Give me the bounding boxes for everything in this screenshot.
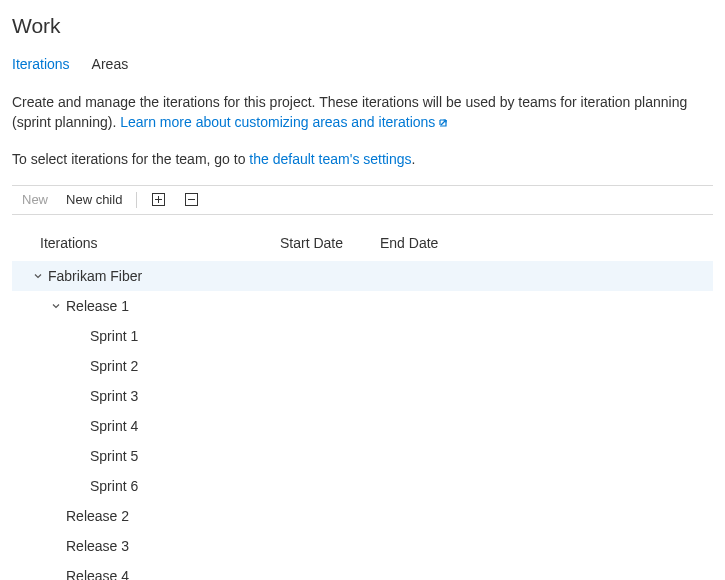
tab-areas[interactable]: Areas xyxy=(92,56,129,72)
tree-row-release[interactable]: Release 2 xyxy=(12,501,713,531)
tree-row-label: Sprint 3 xyxy=(74,388,138,404)
external-link-icon xyxy=(437,114,449,134)
tree-row-label: Fabrikam Fiber xyxy=(48,268,142,284)
page-title: Work xyxy=(12,14,713,38)
tree-row-label: Release 1 xyxy=(66,298,129,314)
tree-row-sprint[interactable]: Sprint 5 xyxy=(12,441,713,471)
tree-row-label: Sprint 4 xyxy=(74,418,138,434)
tree-row-release1[interactable]: Release 1 xyxy=(12,291,713,321)
learn-more-link-text: Learn more about customizing areas and i… xyxy=(120,114,435,130)
tree-row-sprint[interactable]: Sprint 3 xyxy=(12,381,713,411)
learn-more-link[interactable]: Learn more about customizing areas and i… xyxy=(120,114,449,130)
tree-row-label: Release 2 xyxy=(50,508,129,524)
tree-row-sprint[interactable]: Sprint 6 xyxy=(12,471,713,501)
toolbar-divider xyxy=(136,192,137,208)
column-header-iterations[interactable]: Iterations xyxy=(40,235,280,251)
subtext-prefix: To select iterations for the team, go to xyxy=(12,151,249,167)
expand-all-icon[interactable] xyxy=(151,192,166,207)
tree-row-label: Sprint 6 xyxy=(74,478,138,494)
tree-row-sprint[interactable]: Sprint 4 xyxy=(12,411,713,441)
team-settings-link[interactable]: the default team's settings xyxy=(249,151,411,167)
tree-row-root[interactable]: Fabrikam Fiber xyxy=(12,261,713,291)
tree-row-label: Sprint 1 xyxy=(74,328,138,344)
iterations-table: Iterations Start Date End Date Fabrikam … xyxy=(12,229,713,580)
column-header-start-date[interactable]: Start Date xyxy=(280,235,380,251)
chevron-down-icon[interactable] xyxy=(32,270,44,282)
tab-bar: Iterations Areas xyxy=(12,56,713,72)
tree-row-label: Release 3 xyxy=(50,538,129,554)
tree-row-sprint[interactable]: Sprint 2 xyxy=(12,351,713,381)
tree-row-sprint[interactable]: Sprint 1 xyxy=(12,321,713,351)
tree-row-label: Release 4 xyxy=(50,568,129,580)
column-header-end-date[interactable]: End Date xyxy=(380,235,480,251)
tree-row-label: Sprint 2 xyxy=(74,358,138,374)
table-header-row: Iterations Start Date End Date xyxy=(12,229,713,261)
description-text: Create and manage the iterations for thi… xyxy=(12,92,713,135)
new-button[interactable]: New xyxy=(22,192,48,207)
subtext-suffix: . xyxy=(412,151,416,167)
new-child-button[interactable]: New child xyxy=(66,192,122,207)
tree-row-release[interactable]: Release 4 xyxy=(12,561,713,580)
tree-row-label: Sprint 5 xyxy=(74,448,138,464)
toolbar: New New child xyxy=(12,185,713,215)
collapse-all-icon[interactable] xyxy=(184,192,199,207)
tab-iterations[interactable]: Iterations xyxy=(12,56,70,72)
tree-row-release[interactable]: Release 3 xyxy=(12,531,713,561)
chevron-down-icon[interactable] xyxy=(50,300,62,312)
select-iterations-text: To select iterations for the team, go to… xyxy=(12,151,713,167)
